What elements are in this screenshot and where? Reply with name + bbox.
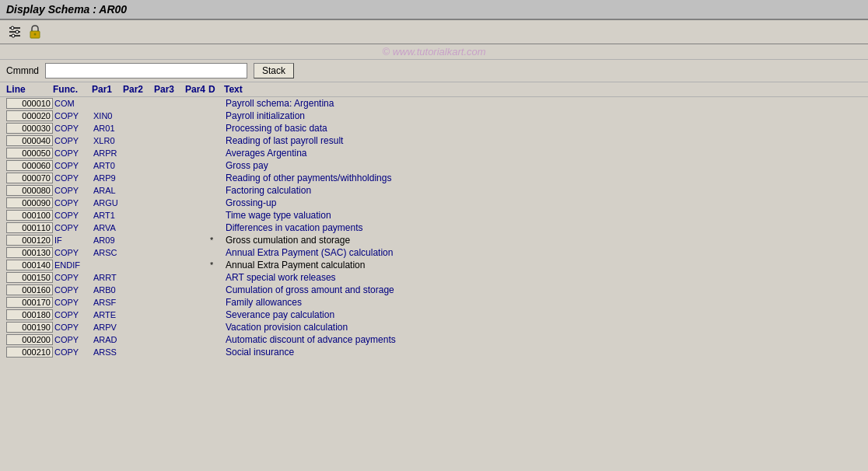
cell-text: Reading of other payments/withholdings <box>226 173 862 183</box>
table-row[interactable]: 000020 COPY XIN0 Payroll initialization <box>0 110 868 122</box>
cell-func: COPY <box>54 148 93 158</box>
svg-point-2 <box>12 34 15 37</box>
cell-text: Gross cumulation and storage <box>226 235 862 246</box>
toolbar <box>0 20 868 44</box>
cell-text: Annual Extra Payment (SAC) calculation <box>226 247 862 258</box>
cell-par1: ART1 <box>93 211 124 220</box>
col-header-par2: Par2 <box>123 84 154 95</box>
svg-point-0 <box>11 26 14 30</box>
svg-point-1 <box>16 30 19 33</box>
table-row[interactable]: 000010 COM Payroll schema: Argentina <box>0 97 868 110</box>
table-row[interactable]: 000060 COPY ART0 Gross pay <box>0 159 868 172</box>
table-row[interactable]: 000100 COPY ART1 Time wage type valuatio… <box>0 209 868 222</box>
cell-text: Payroll initialization <box>226 110 862 121</box>
cell-func: COPY <box>54 285 93 295</box>
cell-par1: XIN0 <box>93 111 124 120</box>
table-row[interactable]: 000120 IF AR09 * Gross cumulation and st… <box>0 234 868 246</box>
stack-button[interactable]: Stack <box>254 63 294 78</box>
col-header-par3: Par3 <box>154 84 185 95</box>
cell-text: Gross pay <box>226 160 862 171</box>
cell-line: 000120 <box>6 235 53 246</box>
cell-func: COPY <box>54 186 93 195</box>
cell-par1: AR09 <box>93 236 124 245</box>
cell-par1: ARSS <box>93 347 124 357</box>
cell-func: ENDIF <box>54 260 93 270</box>
cell-line: 000210 <box>6 347 53 358</box>
cell-line: 000030 <box>6 123 53 134</box>
cell-par1: ARPV <box>93 323 124 332</box>
table-row[interactable]: 000040 COPY XLR0 Reading of last payroll… <box>0 134 868 147</box>
cell-line: 000100 <box>6 210 53 221</box>
table-row[interactable]: 000090 COPY ARGU Grossing-up <box>0 197 868 209</box>
cell-par1: ARAL <box>93 186 124 195</box>
cell-line: 000020 <box>6 110 53 121</box>
col-header-par4: Par4 <box>185 84 208 95</box>
command-label: Cmmnd <box>6 65 39 76</box>
settings-icon[interactable] <box>6 23 23 40</box>
table-row[interactable]: 000210 COPY ARSS Social insurance <box>0 346 868 358</box>
cell-text: Family allowances <box>226 297 862 308</box>
svg-point-4 <box>34 33 37 36</box>
col-header-par1: Par1 <box>92 84 123 95</box>
cell-line: 000080 <box>6 185 53 196</box>
table-row[interactable]: 000150 COPY ARRT ART special work releas… <box>0 271 868 284</box>
cell-func: IF <box>54 236 93 245</box>
cell-par1: ARTE <box>93 310 124 319</box>
table-row[interactable]: 000170 COPY ARSF Family allowances <box>0 296 868 309</box>
cell-par1: ARB0 <box>93 285 124 295</box>
cell-text: Social insurance <box>226 347 862 358</box>
cell-par1: ARGU <box>93 198 124 208</box>
column-headers: Line Func. Par1 Par2 Par3 Par4 D Text <box>0 82 868 97</box>
cell-text: Time wage type valuation <box>226 210 862 221</box>
cell-text: ART special work releases <box>226 272 862 283</box>
cell-line: 000200 <box>6 334 53 345</box>
table-row[interactable]: 000130 COPY ARSC Annual Extra Payment (S… <box>0 246 868 259</box>
cell-line: 000090 <box>6 197 53 208</box>
cell-text: Processing of basic data <box>226 123 862 134</box>
cell-text: Grossing-up <box>226 197 862 208</box>
cell-text: Severance pay calculation <box>226 309 862 320</box>
table-row[interactable]: 000200 COPY ARAD Automatic discount of a… <box>0 333 868 346</box>
col-header-text: Text <box>224 84 862 95</box>
lock-icon[interactable] <box>26 23 44 40</box>
cell-text: Reading of last payroll result <box>226 135 862 146</box>
cell-text: Cumulation of gross amount and storage <box>226 284 862 295</box>
cell-func: COPY <box>54 248 93 257</box>
table-row[interactable]: 000190 COPY ARPV Vacation provision calc… <box>0 321 868 333</box>
cell-text: Differences in vacation payments <box>226 222 862 233</box>
table-row[interactable]: 000070 COPY ARP9 Reading of other paymen… <box>0 172 868 184</box>
table-row[interactable]: 000160 COPY ARB0 Cumulation of gross amo… <box>0 284 868 296</box>
cell-par1: ARP9 <box>93 173 124 183</box>
cell-func: COPY <box>54 223 93 232</box>
cell-func: COPY <box>54 111 93 120</box>
table-row[interactable]: 000180 COPY ARTE Severance pay calculati… <box>0 309 868 321</box>
cell-text: Annual Extra Payment calculation <box>226 260 862 270</box>
cell-d: * <box>210 236 226 245</box>
cell-func: COPY <box>54 335 93 344</box>
cell-line: 000070 <box>6 173 53 183</box>
cell-par1: XLR0 <box>93 136 124 145</box>
cell-func: COPY <box>54 211 93 220</box>
cell-func: COPY <box>54 136 93 145</box>
cell-func: COPY <box>54 124 93 133</box>
cell-func: COM <box>54 99 93 108</box>
command-input[interactable] <box>45 63 247 78</box>
table-row[interactable]: 000080 COPY ARAL Factoring calculation <box>0 184 868 197</box>
cell-line: 000010 <box>6 98 53 109</box>
cell-par1: ARSF <box>93 298 124 307</box>
col-header-func: Func. <box>53 84 92 95</box>
cell-func: COPY <box>54 198 93 208</box>
table-row[interactable]: 000030 COPY AR01 Processing of basic dat… <box>0 122 868 134</box>
cell-func: COPY <box>54 273 93 282</box>
cell-line: 000130 <box>6 247 53 258</box>
cell-par1: ARVA <box>93 223 124 232</box>
table-row[interactable]: 000110 COPY ARVA Differences in vacation… <box>0 222 868 234</box>
cell-line: 000190 <box>6 322 53 333</box>
table-row[interactable]: 000140 ENDIF * Annual Extra Payment calc… <box>0 259 868 271</box>
cell-d: * <box>210 260 226 270</box>
table-row[interactable]: 000050 COPY ARPR Averages Argentina <box>0 147 868 159</box>
cell-text: Averages Argentina <box>226 148 862 159</box>
cell-line: 000060 <box>6 160 53 171</box>
cell-par1: AR01 <box>93 124 124 133</box>
table-body: 000010 COM Payroll schema: Argentina 000… <box>0 97 868 358</box>
